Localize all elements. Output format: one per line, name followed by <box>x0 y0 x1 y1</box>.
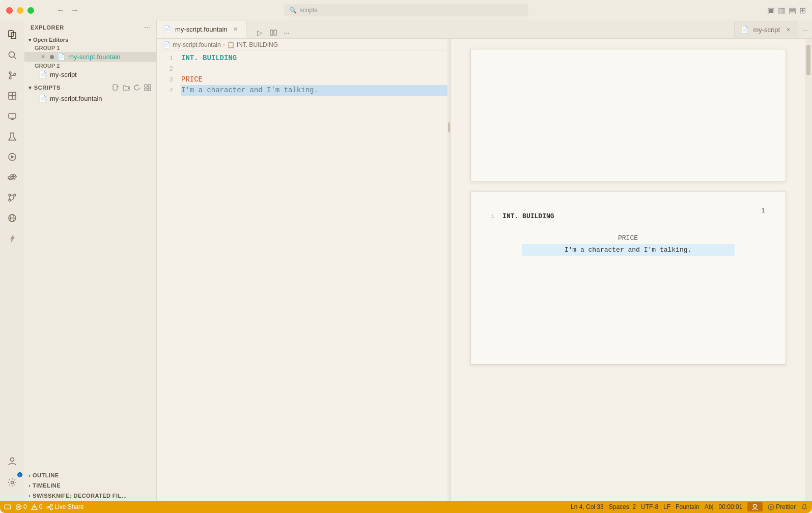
status-bar: 0 0 Live Share <box>0 501 812 513</box>
layout-icon-1[interactable]: ▣ <box>767 6 775 15</box>
svg-point-4 <box>9 72 11 74</box>
tab-my-script-fountain[interactable]: 📄 my-script.fountain ✕ <box>157 21 246 38</box>
line-content-4: I'm a character and I'm talking. <box>181 85 447 96</box>
tab-right-close-icon[interactable]: ✕ <box>784 26 792 33</box>
language-label: Fountain <box>676 503 699 510</box>
layout-icon-4[interactable]: ⊞ <box>799 6 806 15</box>
sidebar-bottom-panels: › Outline › Timeline › Swissknife: Decor… <box>24 470 156 501</box>
new-folder-icon[interactable] <box>122 83 131 92</box>
search-bar[interactable]: 🔍 scripts <box>284 4 528 16</box>
code-editor[interactable]: 1 INT. BUILDING 2 3 PRICE 4 <box>157 51 447 501</box>
minimize-button[interactable] <box>17 7 23 14</box>
cursor-position: Ln 4, Col 33 <box>571 503 604 510</box>
forward-arrow[interactable]: → <box>69 4 81 16</box>
sidebar-header-icons: ··· <box>145 24 150 31</box>
spaces-status[interactable]: Spaces: 2 <box>609 503 636 510</box>
bell-status[interactable] <box>801 503 808 510</box>
timer-status[interactable]: 00:00:01 <box>719 503 743 510</box>
line-number-2: 2 <box>157 64 181 74</box>
tabs-more-button[interactable]: ··· <box>798 21 812 38</box>
svg-rect-19 <box>11 177 13 178</box>
open-editors-toggle[interactable]: ▾ Open Editors <box>24 35 156 44</box>
user-activity-icon[interactable] <box>3 452 21 470</box>
scrollbar-thumb[interactable] <box>806 45 810 75</box>
globe-activity-icon[interactable] <box>3 209 21 227</box>
swissknife-label: Swissknife: Decorated Fil... <box>33 493 127 499</box>
timeline-toggle[interactable]: › Timeline <box>24 480 156 491</box>
language-status[interactable]: Fountain <box>676 503 699 510</box>
tab-filename: my-script.fountain <box>175 25 228 33</box>
search-activity-icon[interactable] <box>3 46 21 64</box>
more-actions-icon[interactable]: ··· <box>281 27 292 38</box>
pane-separator[interactable] <box>447 39 451 501</box>
scripts-header[interactable]: ▾ Scripts <box>24 82 156 94</box>
file-close-icon[interactable]: ✕ <box>39 53 47 60</box>
split-editor-icon[interactable] <box>268 27 279 38</box>
encoding-status[interactable]: UTF-8 <box>641 503 658 510</box>
errors-status[interactable]: 0 <box>15 503 27 510</box>
line-number-4: 4 <box>157 85 181 96</box>
right-scrollbar[interactable] <box>805 39 812 501</box>
open-file-my-script[interactable]: 📄 my-script <box>24 70 156 79</box>
lightning-activity-icon[interactable] <box>3 229 21 248</box>
cursor-position-status[interactable]: Ln 4, Col 33 <box>571 503 604 510</box>
back-arrow[interactable]: ← <box>54 4 67 16</box>
source-control-activity-icon[interactable] <box>3 66 21 85</box>
line-ending-status[interactable]: LF <box>663 503 670 510</box>
svg-point-25 <box>9 199 11 201</box>
collapse-all-icon[interactable] <box>143 83 152 92</box>
code-line-4: 4 I'm a character and I'm talking. <box>157 85 447 96</box>
prettier-status[interactable]: Prettier <box>768 503 796 510</box>
outline-toggle[interactable]: › Outline <box>24 470 156 480</box>
scripts-file-item[interactable]: 📄 my-script.fountain <box>24 94 156 103</box>
close-button[interactable] <box>6 7 13 14</box>
tab-close-icon[interactable]: ✕ <box>232 26 240 33</box>
svg-rect-9 <box>12 92 16 96</box>
settings-activity-icon[interactable]: 1 <box>3 473 21 492</box>
code-editor-pane: 📄 my-script.fountain › 📋 INT. BUILDING 1… <box>157 39 447 501</box>
layout-icon-3[interactable]: ▤ <box>789 6 796 15</box>
test-activity-icon[interactable] <box>3 127 21 146</box>
open-editors-label: Open Editors <box>33 37 68 43</box>
docker-activity-icon[interactable] <box>3 168 21 186</box>
run-action-icon[interactable]: ▷ <box>255 27 266 38</box>
explorer-title: Explorer <box>31 24 64 31</box>
svg-rect-31 <box>113 85 117 90</box>
breadcrumb-element: INT. BUILDING <box>237 41 278 48</box>
ab-icon-status[interactable]: Ab| <box>705 503 714 510</box>
timeline-label: Timeline <box>33 482 61 489</box>
line-ending-label: LF <box>663 503 670 510</box>
user-avatar-status[interactable] <box>747 502 763 511</box>
sidebar-header: Explorer ··· <box>24 20 156 35</box>
svg-rect-10 <box>9 96 12 99</box>
tab-my-script[interactable]: 📄 my-script ✕ <box>734 21 798 38</box>
script-page-bottom: 1 1 INT. BUILDING PRICE I'm a character … <box>470 192 786 365</box>
remote-icon-status[interactable] <box>4 503 11 510</box>
live-share-status[interactable]: Live Share <box>46 503 83 510</box>
preview-area: 1 1 INT. BUILDING PRICE I'm a character … <box>451 39 805 501</box>
maximize-button[interactable] <box>27 7 34 14</box>
titlebar: ← → 🔍 scripts ▣ ▥ ▤ ⊞ <box>0 0 812 20</box>
remote-explorer-activity-icon[interactable] <box>3 107 21 125</box>
open-file-my-script-fountain[interactable]: ✕ 📄 my-script.fountain <box>24 52 156 62</box>
more-icon[interactable]: ··· <box>145 24 150 31</box>
tabs-bar: 📄 my-script.fountain ✕ ▷ ··· <box>157 20 812 39</box>
svg-rect-36 <box>145 85 147 87</box>
explorer-activity-icon[interactable] <box>3 25 21 44</box>
warnings-status[interactable]: 0 <box>31 503 43 510</box>
file-icon: 📄 <box>39 71 47 78</box>
extensions-activity-icon[interactable] <box>3 87 21 105</box>
activity-bottom: 1 <box>3 451 21 497</box>
modified-dot-icon <box>50 55 54 59</box>
layout-icon-2[interactable]: ▥ <box>778 6 786 15</box>
status-right: Ln 4, Col 33 Spaces: 2 UTF-8 LF Fountain… <box>571 502 808 511</box>
code-line-3: 3 PRICE <box>157 74 447 85</box>
swissknife-toggle[interactable]: › Swissknife: Decorated Fil... <box>24 491 156 501</box>
new-file-icon[interactable] <box>111 83 120 92</box>
window-controls <box>6 7 34 14</box>
refresh-icon[interactable] <box>132 83 142 92</box>
scripts-chevron: ▾ <box>29 85 32 91</box>
run-activity-icon[interactable] <box>3 148 21 166</box>
git-graph-activity-icon[interactable] <box>3 188 21 207</box>
navigation-controls: ← → <box>54 4 81 16</box>
